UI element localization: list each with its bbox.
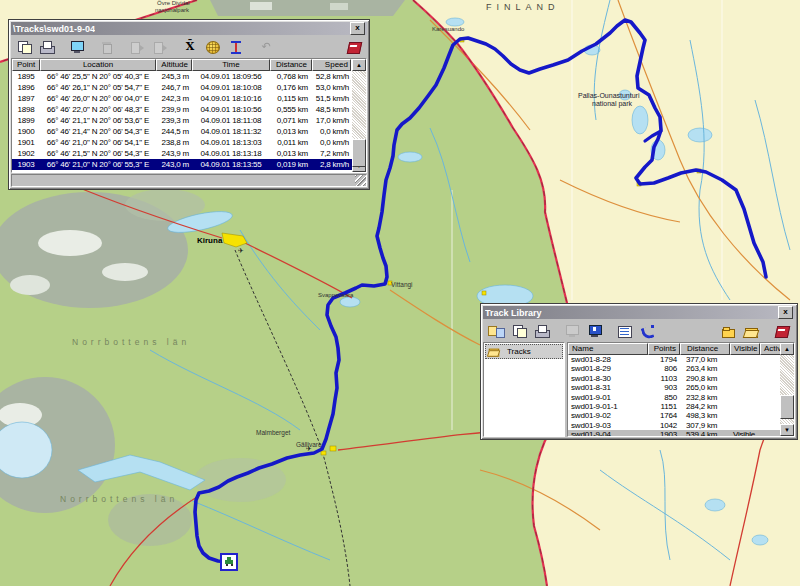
table-cell: 1900 (12, 126, 40, 137)
table-cell: 17,0 km/h (312, 115, 351, 126)
track-end-marker[interactable] (221, 554, 237, 570)
column-header-location[interactable]: Location (40, 59, 156, 71)
resize-grip[interactable] (355, 175, 366, 186)
table-row[interactable]: 189866° 46' 22,0" N 20° 06' 48,3" E239,9… (12, 104, 352, 115)
help-button[interactable] (772, 323, 792, 340)
table-row[interactable]: swd01-9-01850232,8 km (568, 393, 780, 402)
table-cell: 284,2 km (680, 402, 730, 411)
table-cell: 539,4 km (680, 430, 730, 436)
column-header-points[interactable]: Points (648, 343, 680, 355)
new-folder-button[interactable] (719, 323, 739, 340)
table-cell: 263,4 km (680, 364, 730, 373)
table-row[interactable]: swd01-9-031042307,9 km (568, 421, 780, 430)
print-icon (534, 325, 550, 338)
column-header-visible[interactable]: Visible (730, 343, 760, 355)
column-header-distance[interactable]: Distance (270, 59, 312, 71)
table-row[interactable]: swd01-9-041903539,4 kmVisible (568, 430, 780, 436)
table-row[interactable]: 190166° 46' 21,0" N 20° 06' 54,1" E238,8… (12, 137, 352, 148)
table-row[interactable]: swd01-8-301103290,8 km (568, 374, 780, 383)
scroll-thumb[interactable] (352, 139, 366, 167)
table-row[interactable]: 189666° 46' 26,1" N 20° 05' 54,7" E246,7… (12, 82, 352, 93)
table-cell: 307,9 km (680, 421, 730, 430)
table-cell: 1794 (648, 355, 680, 364)
table-cell (730, 383, 760, 392)
vertical-scrollbar[interactable]: ▲ ▼ (780, 343, 794, 436)
table-cell (760, 402, 780, 411)
copy-track-button[interactable] (14, 39, 34, 56)
table-row[interactable]: 190366° 46' 21,0" N 20° 06' 55,3" E243,0… (12, 159, 352, 170)
table-row[interactable]: 190266° 46' 21,5" N 20° 06' 54,3" E243,9… (12, 148, 352, 159)
column-header-altitude[interactable]: Altitude (156, 59, 192, 71)
track-library-titlebar[interactable]: Track Library x (483, 306, 795, 319)
print-button[interactable] (532, 323, 552, 340)
table-row[interactable]: swd01-9-021764498,3 km (568, 411, 780, 420)
track-tool-button[interactable] (638, 323, 658, 340)
scroll-thumb[interactable] (780, 395, 794, 419)
close-icon[interactable]: x (350, 22, 365, 35)
table-cell (760, 430, 780, 436)
altitude-profile-button[interactable] (226, 39, 246, 56)
table-row[interactable]: 190066° 46' 21,4" N 20° 06' 54,3" E244,5… (12, 126, 352, 137)
table-cell: 1896 (12, 82, 40, 93)
table-cell: 1903 (12, 159, 40, 170)
table-cell: 244,5 m (156, 126, 192, 137)
download-from-gps-button[interactable] (585, 323, 605, 340)
table-cell: 04.09.01 18:13:18 (192, 148, 270, 159)
table-cell: 66° 46' 26,0" N 20° 06' 04,0" E (40, 93, 156, 104)
track-view-titlebar[interactable]: \Tracks\swd01-9-04 x (11, 22, 367, 35)
new-track-button[interactable] (509, 323, 529, 340)
open-folder-button[interactable] (742, 323, 762, 340)
table-cell: 04.09.01 18:09:56 (192, 71, 270, 82)
table-row[interactable]: 189566° 46' 25,5" N 20° 05' 40,3" E245,3… (12, 71, 352, 82)
table-row[interactable]: swd01-8-29806263,4 km (568, 364, 780, 373)
upload-to-gps-icon (564, 325, 580, 338)
move-point-up-button (127, 39, 147, 56)
map-label: Vittangi (391, 281, 413, 289)
scroll-track[interactable] (352, 71, 366, 160)
table-row[interactable]: 189766° 46' 26,0" N 20° 06' 04,0" E242,3… (12, 93, 352, 104)
folder-tree: Tracks (483, 342, 565, 437)
scroll-up-icon[interactable]: ▲ (780, 343, 794, 355)
track-library-toolbar (483, 320, 795, 342)
point-list-button[interactable] (615, 323, 635, 340)
scroll-down-icon[interactable]: ▼ (780, 424, 794, 436)
table-cell: 243,9 m (156, 148, 192, 159)
column-header-point[interactable]: Point (12, 59, 40, 71)
vertical-scrollbar[interactable]: ▲ ▼ (352, 59, 366, 172)
table-cell: 239,9 m (156, 104, 192, 115)
close-icon[interactable]: x (778, 306, 793, 319)
table-cell: swd01-8-29 (568, 364, 648, 373)
column-header-name[interactable]: Name (568, 343, 648, 355)
new-track-icon (511, 325, 527, 338)
column-header-active[interactable]: Active (760, 343, 780, 355)
table-cell (730, 393, 760, 402)
statistics-button[interactable]: X̄ (180, 39, 200, 56)
show-on-map-icon (69, 41, 85, 54)
table-row[interactable]: swd01-8-31903265,0 km (568, 383, 780, 392)
table-row[interactable]: swd01-8-281794377,0 km (568, 355, 780, 364)
table-cell: 246,7 m (156, 82, 192, 93)
column-header-time[interactable]: Time (192, 59, 270, 71)
table-header-row: NamePointsDistanceVisibleActive (568, 343, 780, 355)
table-cell: 238,8 m (156, 137, 192, 148)
transfer-tracks-button[interactable] (486, 323, 506, 340)
show-on-map-button[interactable] (67, 39, 87, 56)
table-row[interactable]: swd01-9-01-11151284,2 km (568, 402, 780, 411)
column-header-speed[interactable]: Speed (312, 59, 351, 71)
help-button[interactable] (344, 39, 364, 56)
track-view-window: \Tracks\swd01-9-04 x X̄↶ PointLocationAl… (8, 19, 370, 190)
table-cell: 232,8 km (680, 393, 730, 402)
table-cell: 04.09.01 18:10:16 (192, 93, 270, 104)
tree-item-tracks[interactable]: Tracks (485, 344, 563, 359)
new-folder-icon (721, 325, 737, 338)
scroll-track[interactable] (780, 355, 794, 424)
table-cell: 53,0 km/h (312, 82, 351, 93)
table-row[interactable]: 189966° 46' 21,1" N 20° 06' 53,6" E239,3… (12, 115, 352, 126)
print-button[interactable] (37, 39, 57, 56)
scroll-up-icon[interactable]: ▲ (352, 59, 366, 71)
map-label: FINLAND (486, 2, 560, 12)
column-header-distance[interactable]: Distance (680, 343, 730, 355)
globe-button[interactable] (203, 39, 223, 56)
table-cell: 66° 46' 21,0" N 20° 06' 55,3" E (40, 159, 156, 170)
table-cell: 1902 (12, 148, 40, 159)
